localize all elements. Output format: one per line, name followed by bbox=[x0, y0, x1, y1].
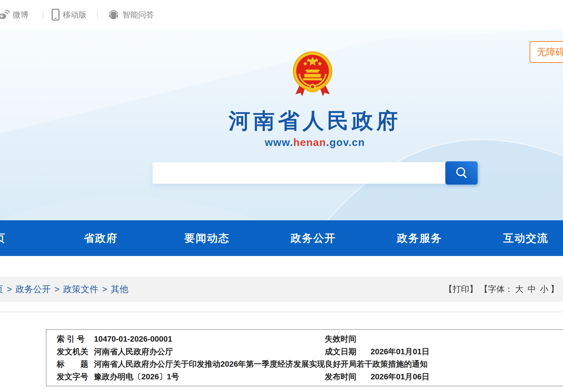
headset-qa-icon bbox=[108, 9, 119, 20]
meta-label-expiry-date: 失效时间 bbox=[325, 334, 356, 344]
nav-item-home[interactable]: 首页 bbox=[0, 220, 48, 256]
search-button[interactable] bbox=[445, 161, 478, 184]
smart-qa-link[interactable]: 智能问答 bbox=[108, 0, 154, 29]
breadcrumb-separator: > bbox=[54, 284, 60, 294]
breadcrumb-gov-affairs[interactable]: 政务公开 bbox=[16, 283, 51, 295]
meta-label-written-date: 成文日期 bbox=[325, 347, 356, 356]
search-icon bbox=[455, 166, 469, 180]
font-size-label: 【字体： bbox=[480, 284, 513, 295]
breadcrumb: 首页 > 政务公开 > 政策文件 > 其他 bbox=[0, 276, 128, 302]
nav-item-provincial-gov[interactable]: 省政府 bbox=[48, 220, 154, 256]
weibo-link[interactable]: 微博 bbox=[0, 0, 28, 29]
font-size-large[interactable]: 大 bbox=[515, 284, 524, 295]
mobile-version-label: 移动版 bbox=[63, 10, 87, 20]
accessibility-label: 无障碍浏览 bbox=[537, 46, 563, 58]
top-utility-bar: 微博 移动版 智能问答 bbox=[0, 0, 563, 29]
url-www: www. bbox=[265, 136, 293, 148]
meta-label-index-number: 索 引 号 bbox=[57, 334, 85, 344]
section-divider bbox=[0, 312, 563, 312]
font-size-small[interactable]: 小 bbox=[540, 284, 548, 295]
accessibility-button[interactable]: 无障碍浏览 bbox=[530, 41, 563, 63]
url-suffix: .gov.cn bbox=[326, 136, 365, 148]
main-nav-items: 首页 省政府 要闻动态 政务公开 政务服务 互动交流 bbox=[0, 220, 563, 256]
breadcrumb-other[interactable]: 其他 bbox=[111, 283, 128, 295]
topbar-divider bbox=[43, 11, 43, 19]
font-size-medium[interactable]: 中 bbox=[527, 284, 536, 295]
meta-value-title: 河南省人民政府办公厅关于印发推动2026年第一季度经济发展实现良好开局若干政策措… bbox=[94, 359, 428, 369]
meta-value-written-date: 2026年01月01日 bbox=[371, 347, 430, 356]
meta-label-doc-number: 发文字号 bbox=[57, 372, 88, 381]
weibo-icon bbox=[0, 9, 10, 20]
national-emblem bbox=[291, 50, 334, 98]
page: 微博 移动版 智能问答 bbox=[0, 0, 563, 392]
mobile-version-link[interactable]: 移动版 bbox=[51, 0, 87, 29]
print-button[interactable]: 【打印】 bbox=[444, 284, 478, 295]
search-input[interactable] bbox=[153, 162, 446, 184]
breadcrumb-band: 首页 > 政务公开 > 政策文件 > 其他 【打印】 【字体： 大 中 小 】 bbox=[0, 276, 563, 302]
main-nav: 首页 省政府 要闻动态 政务公开 政务服务 互动交流 bbox=[0, 220, 563, 256]
smart-qa-label: 智能问答 bbox=[122, 10, 154, 20]
breadcrumb-policy-files[interactable]: 政策文件 bbox=[63, 283, 99, 295]
page-toolbar: 【打印】 【字体： 大 中 小 】 bbox=[442, 276, 559, 302]
meta-value-issuing-agency: 河南省人民政府办公厅 bbox=[94, 347, 173, 356]
search-bar bbox=[153, 162, 478, 184]
topbar-divider bbox=[97, 11, 98, 19]
nav-item-news[interactable]: 要闻动态 bbox=[154, 220, 260, 256]
url-henan: henan bbox=[293, 136, 326, 148]
document-meta-table: 索 引 号 10470-01-2026-00001 失效时间 发文机关 河南省人… bbox=[46, 329, 563, 386]
site-title: 河南省人民政府 bbox=[229, 107, 401, 136]
font-size-label-close: 】 bbox=[550, 284, 559, 295]
site-url: www.henan.gov.cn bbox=[265, 136, 365, 148]
nav-item-gov-services[interactable]: 政务服务 bbox=[366, 220, 473, 256]
meta-value-publish-date: 2026年01月06日 bbox=[371, 372, 430, 381]
meta-label-publish-date: 发布时间 bbox=[325, 372, 356, 381]
meta-value-index-number: 10470-01-2026-00001 bbox=[94, 334, 172, 344]
meta-label-title: 标 题 bbox=[57, 359, 88, 369]
mobile-icon bbox=[51, 9, 60, 21]
breadcrumb-separator: > bbox=[102, 284, 107, 294]
breadcrumb-separator: > bbox=[7, 284, 12, 294]
meta-label-issuing-agency: 发文机关 bbox=[57, 347, 88, 356]
meta-value-doc-number: 豫政办明电〔2026〕1号 bbox=[94, 372, 179, 381]
site-header: 无障碍浏览 bbox=[0, 29, 563, 220]
weibo-label: 微博 bbox=[13, 10, 28, 20]
nav-item-gov-affairs[interactable]: 政务公开 bbox=[260, 220, 367, 256]
breadcrumb-home[interactable]: 首页 bbox=[0, 283, 3, 295]
nav-item-interaction[interactable]: 互动交流 bbox=[473, 220, 563, 256]
